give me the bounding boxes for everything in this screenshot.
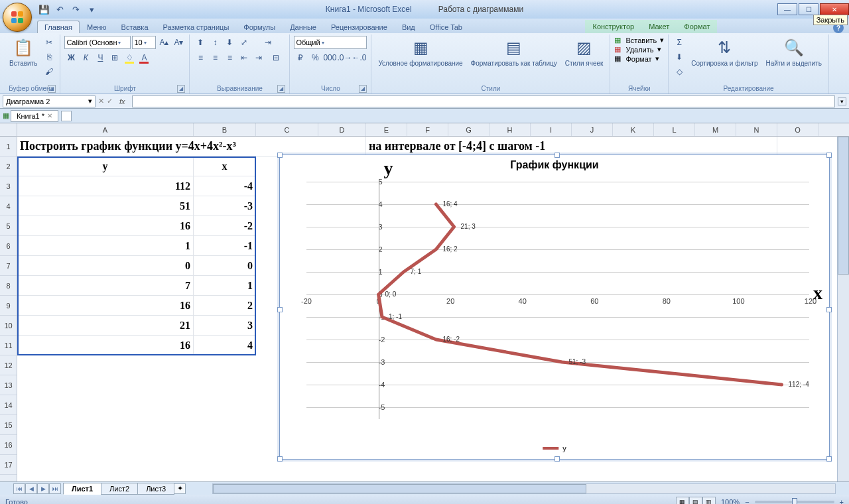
zoom-in-button[interactable]: + [840,498,844,504]
row-header[interactable]: 7 [0,256,17,276]
row-header[interactable]: 9 [0,296,17,316]
resize-handle[interactable] [826,456,832,462]
redo-icon[interactable]: ↷ [69,3,82,16]
close-button[interactable]: ✕ [820,3,849,15]
minimize-button[interactable]: — [777,3,797,15]
chart-object[interactable]: График функции-5-4-3-2-1012345-200204060… [279,155,830,460]
column-header[interactable]: C [256,123,318,136]
orientation-icon[interactable]: ⤢ [237,36,251,49]
column-header[interactable]: O [777,123,818,136]
cell[interactable]: на интервале от [-4;4] с шагом -1 [366,137,777,157]
underline-button[interactable]: Ч [94,51,107,64]
italic-button[interactable]: К [79,51,92,64]
dialog-launcher-icon[interactable]: ◢ [177,85,185,93]
cell[interactable]: 3 [194,316,256,336]
find-select-button[interactable]: 🔍Найти и выделить [763,36,824,68]
expand-formula-icon[interactable]: ▾ [838,97,846,105]
ribbon-tab-Рецензирование[interactable]: Рецензирование [324,21,395,33]
cell[interactable]: 1 [194,276,256,296]
resize-handle[interactable] [555,456,560,462]
increase-indent-icon[interactable]: ⇥ [252,51,265,64]
row-header[interactable]: 2 [0,157,17,176]
resize-handle[interactable] [826,153,832,158]
currency-icon[interactable]: ₽ [294,51,307,64]
cell[interactable]: -3 [194,196,256,216]
zoom-out-button[interactable]: − [745,498,749,504]
new-sheet-button[interactable]: ✦ [174,483,186,494]
row-header[interactable]: 14 [0,395,17,415]
align-center-icon[interactable]: ≡ [208,51,222,64]
ribbon-tab-Меню[interactable]: Меню [80,21,114,33]
comma-icon[interactable]: 000 [323,51,336,64]
format-as-table-button[interactable]: ▤Форматировать как таблицу [468,36,560,68]
dialog-launcher-icon[interactable]: ◢ [359,85,367,93]
column-header[interactable]: I [531,123,572,136]
cell[interactable]: 7 [17,276,194,296]
column-header[interactable]: M [695,123,736,136]
ribbon-tab-Office Tab[interactable]: Office Tab [423,21,470,33]
row-header[interactable]: 16 [0,435,17,455]
column-header[interactable]: N [736,123,777,136]
cell[interactable]: 51 [17,196,194,216]
close-tab-icon[interactable]: ✕ [47,112,52,119]
cell[interactable]: 16 [17,216,194,236]
font-name-combo[interactable]: Calibri (Основн▾ [64,36,131,49]
column-header[interactable]: K [613,123,654,136]
percent-icon[interactable]: % [308,51,322,64]
conditional-formatting-button[interactable]: ▦Условное форматирование [375,36,465,68]
copy-icon[interactable]: ⎘ [42,50,56,64]
cell[interactable]: -1 [194,236,256,256]
last-sheet-button[interactable]: ⏭ [49,483,61,494]
column-header[interactable]: B [194,123,256,136]
plot-area[interactable]: -5-4-3-2-1012345-2002040608010012016; 42… [306,182,809,419]
row-header[interactable]: 4 [0,196,17,216]
cell[interactable]: 4 [194,336,256,355]
resize-handle[interactable] [826,307,832,312]
fill-color-icon[interactable]: ♢ [123,51,136,64]
column-header[interactable]: D [318,123,366,136]
cell[interactable]: -4 [194,176,256,196]
column-header[interactable]: F [407,123,448,136]
row-header[interactable]: 12 [0,355,17,375]
column-header[interactable]: J [572,123,613,136]
enter-icon[interactable]: ✓ [107,97,113,105]
row-header[interactable]: 5 [0,216,17,236]
qat-more-icon[interactable]: ▾ [85,3,98,16]
row-header[interactable]: 8 [0,276,17,296]
sheet-tab[interactable]: Лист2 [101,483,138,495]
dialog-launcher-icon[interactable]: ◢ [48,85,56,93]
row-header[interactable]: 1 [0,137,17,157]
horizontal-scrollbar[interactable] [212,483,836,494]
worksheet-grid[interactable]: 1234567891011121314151617 ABCDEFGHIJKLMN… [0,123,849,481]
align-left-icon[interactable]: ≡ [194,51,207,64]
ribbon-tab-Разметка страницы[interactable]: Разметка страницы [156,21,237,33]
select-all-corner[interactable] [0,123,17,137]
format-painter-icon[interactable]: 🖌 [42,65,56,78]
paste-button[interactable]: 📋 Вставить [7,36,40,68]
clear-icon[interactable]: ◇ [673,65,686,78]
delete-cells-button[interactable]: ▦ Удалить ▾ [614,45,661,54]
undo-icon[interactable]: ↶ [53,3,66,16]
save-icon[interactable]: 💾 [37,3,50,16]
bold-button[interactable]: Ж [64,51,78,64]
ribbon-tab-Формулы[interactable]: Формулы [236,21,283,33]
column-header[interactable]: E [366,123,407,136]
formula-input[interactable] [132,95,835,107]
fill-icon[interactable]: ⬇ [673,50,686,64]
column-header[interactable]: H [490,123,531,136]
cancel-icon[interactable]: ✕ [98,97,104,105]
cell[interactable]: x [194,157,256,176]
row-header[interactable]: 17 [0,455,17,475]
increase-decimal-icon[interactable]: .0→ [338,51,351,64]
zoom-slider[interactable] [755,501,834,503]
row-header[interactable]: 6 [0,236,17,256]
cell[interactable]: Построить график функции y=4x+4x²-x³ [17,137,366,157]
row-header[interactable]: 10 [0,316,17,336]
dialog-launcher-icon[interactable]: ◢ [277,85,285,93]
sort-filter-button[interactable]: ⇅Сортировка и фильтр [688,36,760,68]
cell[interactable]: 0 [194,256,256,276]
ribbon-tab-Данные[interactable]: Данные [283,21,324,33]
row-header[interactable]: 3 [0,176,17,196]
resize-handle[interactable] [277,307,283,312]
align-bottom-icon[interactable]: ⬇ [223,36,236,49]
